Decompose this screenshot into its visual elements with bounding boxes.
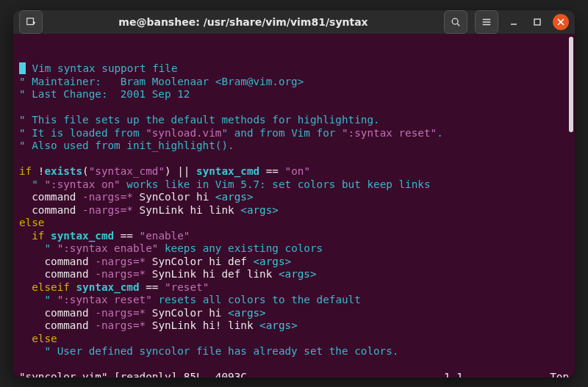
titlebar: me@banshee: /usr/share/vim/vim81/syntax — [13, 10, 575, 34]
code-line: elseif — [19, 281, 70, 293]
code-line: else — [19, 217, 44, 228]
new-tab-icon — [26, 17, 36, 27]
code-line: command — [19, 319, 95, 331]
code-line: Vim syntax support file — [26, 62, 178, 74]
code-line: " This file sets up the default methods … — [19, 114, 380, 126]
code-line: " Last Change: 2001 Sep 12 — [19, 88, 190, 100]
hamburger-icon — [481, 17, 492, 27]
code-line: " Also used from init_highlight(). — [19, 140, 234, 151]
code-line: " — [19, 242, 57, 254]
minimize-icon — [509, 18, 518, 26]
search-button[interactable] — [444, 10, 467, 34]
svg-point-3 — [452, 18, 458, 24]
svg-line-4 — [457, 23, 459, 26]
window-title: me@banshee: /usr/share/vim/vim81/syntax — [49, 16, 438, 28]
new-tab-button[interactable] — [19, 10, 43, 34]
minimize-button[interactable] — [506, 14, 522, 30]
maximize-icon — [533, 18, 542, 26]
svg-rect-0 — [27, 18, 34, 25]
code-line: if — [19, 230, 44, 242]
code-line: if — [19, 165, 32, 177]
cursor — [19, 62, 26, 74]
status-scroll: Top — [532, 371, 569, 377]
code-line: " — [19, 294, 57, 305]
code-line: " User defined syncolor file has already… — [19, 345, 398, 357]
close-button[interactable] — [553, 14, 569, 30]
code-line: else — [19, 333, 57, 344]
vim-status-line: "syncolor.vim" [readonly] 85L, 4093C 1,1… — [19, 371, 569, 377]
terminal-window: me@banshee: /usr/share/vim/vim81/syntax … — [13, 10, 575, 377]
code-line: " Maintainer: Bram Moolenaar <Bram@vim.o… — [19, 76, 304, 87]
status-position: 1,1 — [444, 371, 532, 377]
code-line: command — [19, 256, 95, 267]
code-line: " — [19, 178, 44, 190]
code-line: " It is loaded from — [19, 127, 146, 139]
menu-button[interactable] — [475, 10, 498, 34]
maximize-button[interactable] — [529, 14, 545, 30]
code-line: command — [19, 268, 95, 280]
code-line: command — [19, 204, 82, 216]
terminal-viewport[interactable]: Vim syntax support file " Maintainer: Br… — [13, 34, 575, 377]
status-file: "syncolor.vim" [readonly] 85L, 4093C — [19, 371, 444, 377]
scrollbar-thumb[interactable] — [569, 37, 573, 132]
search-icon — [451, 17, 461, 27]
code-line: command — [19, 191, 82, 203]
close-icon — [557, 18, 564, 26]
svg-rect-9 — [534, 19, 540, 25]
code-line: command — [19, 307, 95, 319]
